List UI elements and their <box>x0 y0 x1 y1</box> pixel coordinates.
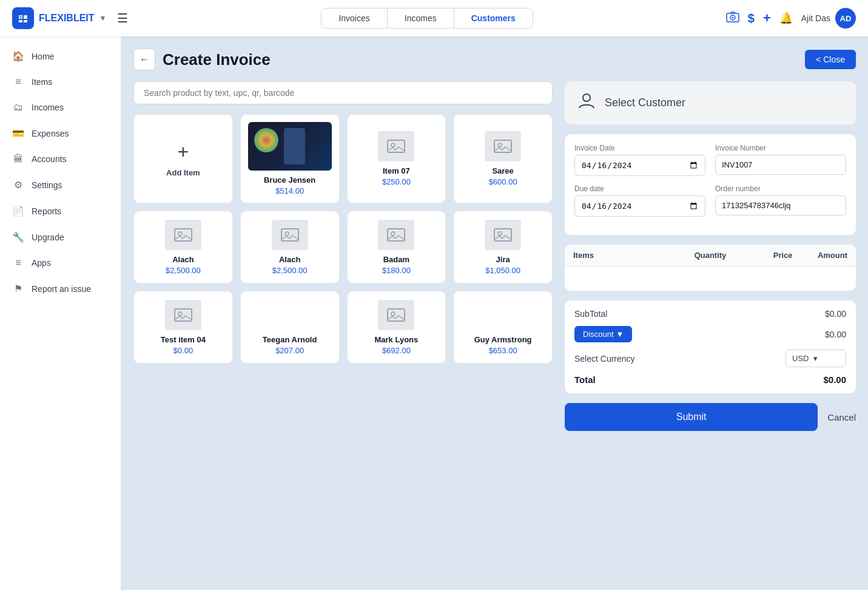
svg-rect-8 <box>175 229 192 241</box>
back-button[interactable]: ← <box>133 49 155 70</box>
top-navigation: FLEXIBLEIT ▼ ☰ Invoices Incomes Customer… <box>0 0 868 36</box>
product-price: $207.00 <box>275 346 304 355</box>
product-image-placeholder <box>378 131 414 161</box>
currency-select[interactable]: USD ▾ <box>786 350 846 367</box>
product-name: Badam <box>383 255 409 264</box>
product-card-jira[interactable]: Jira $1,050.00 <box>453 211 553 283</box>
app-name: FLEXIBLEIT <box>39 13 95 24</box>
total-final-label: Total <box>574 375 596 385</box>
close-button[interactable]: < Close <box>805 50 856 69</box>
cancel-button[interactable]: Cancel <box>827 412 856 422</box>
sidebar-item-home[interactable]: 🏠 Home <box>0 44 121 69</box>
product-price: $250.00 <box>382 177 411 186</box>
discount-button[interactable]: Discount ▼ <box>574 326 632 342</box>
invoice-date-label: Invoice Date <box>574 144 705 152</box>
th-quantity: Quantity <box>683 251 738 260</box>
app-dropdown-icon[interactable]: ▼ <box>99 14 107 22</box>
camera-icon[interactable] <box>726 12 739 25</box>
items-table-body <box>565 266 856 291</box>
invoice-title-left: ← Create Invoice <box>133 49 271 70</box>
product-grid: + Add Item Bruce Jensen $514.00 <box>133 114 553 364</box>
tab-incomes[interactable]: Incomes <box>388 8 454 28</box>
notification-icon[interactable]: 🔔 <box>779 12 793 25</box>
product-card-alach-1[interactable]: Alach $2,500.00 <box>133 211 233 283</box>
tab-invoices[interactable]: Invoices <box>321 8 387 28</box>
product-card-badam[interactable]: Badam $180.00 <box>347 211 446 283</box>
app-logo[interactable]: FLEXIBLEIT ▼ <box>12 7 106 29</box>
product-card-item-07[interactable]: Item 07 $250.00 <box>347 114 446 203</box>
add-item-plus-icon: + <box>178 141 189 163</box>
product-card-alach-2[interactable]: Alach $2,500.00 <box>240 211 340 283</box>
user-info[interactable]: Ajit Das AD <box>801 8 856 29</box>
invoice-body: + Add Item Bruce Jensen $514.00 <box>133 81 856 431</box>
customer-select[interactable]: Select Customer <box>565 81 856 124</box>
incomes-icon: 🗂 <box>12 102 24 113</box>
sidebar-label-upgrade: Upgrade <box>32 232 64 242</box>
product-image-placeholder <box>485 131 521 161</box>
svg-point-0 <box>19 16 22 18</box>
subtotal-label: SubTotal <box>574 309 607 319</box>
svg-point-20 <box>583 94 590 101</box>
invoice-number-input[interactable] <box>715 155 846 175</box>
sidebar-item-expenses[interactable]: 💳 Expenses <box>0 121 121 146</box>
order-number-input[interactable] <box>715 195 846 215</box>
invoice-date-input[interactable] <box>574 155 705 176</box>
avatar: AD <box>835 8 856 29</box>
sidebar-item-upgrade[interactable]: 🔧 Upgrade <box>0 225 121 249</box>
add-item-card[interactable]: + Add Item <box>133 114 233 203</box>
sidebar-item-settings[interactable]: ⚙ Settings <box>0 172 121 197</box>
topnav-right-actions: $ + 🔔 Ajit Das AD <box>726 8 856 29</box>
svg-rect-12 <box>388 229 405 241</box>
sidebar-item-items[interactable]: ≡ Items <box>0 70 121 94</box>
tab-customers[interactable]: Customers <box>454 8 533 28</box>
discount-value: $0.00 <box>825 330 846 339</box>
sidebar-item-incomes[interactable]: 🗂 Incomes <box>0 95 121 120</box>
product-card-mark-lyons[interactable]: Mark Lyons $692.00 <box>347 291 446 364</box>
main-layout: 🏠 Home ≡ Items 🗂 Incomes 💳 Expenses 🏛 Ac… <box>0 36 868 590</box>
product-card-teegan-arnold[interactable]: Teegan Arnold $207.00 <box>240 291 340 364</box>
content-area: ← Create Invoice < Close + Add Item <box>121 36 868 590</box>
product-name: Jira <box>496 255 510 264</box>
sidebar-label-apps: Apps <box>32 258 51 268</box>
product-image-placeholder <box>165 220 201 250</box>
sidebar-label-reports: Reports <box>32 206 61 216</box>
due-date-input[interactable] <box>574 195 705 217</box>
sidebar-label-expenses: Expenses <box>32 129 69 138</box>
add-icon[interactable]: + <box>763 10 771 26</box>
page-title: Create Invoice <box>163 50 271 69</box>
sidebar-item-reports[interactable]: 📄 Reports <box>0 198 121 223</box>
th-items: Items <box>573 251 683 260</box>
svg-rect-14 <box>494 229 511 241</box>
product-price: $2,500.00 <box>166 266 201 275</box>
product-name: Saree <box>492 166 513 175</box>
product-card-bruce-jensen[interactable]: Bruce Jensen $514.00 <box>240 114 340 203</box>
product-card-guy-armstrong[interactable]: Guy Armstrong $653.00 <box>453 291 553 364</box>
discount-label: Discount <box>583 330 614 339</box>
submit-button[interactable]: Submit <box>565 403 818 431</box>
product-card-saree[interactable]: Saree $600.00 <box>453 114 553 203</box>
sidebar-item-report-issue[interactable]: ⚑ Report an issue <box>0 276 121 301</box>
svg-point-15 <box>498 232 502 236</box>
dollar-icon[interactable]: $ <box>748 12 755 25</box>
action-row: Submit Cancel <box>565 403 856 431</box>
settings-icon: ⚙ <box>12 179 24 191</box>
items-icon: ≡ <box>12 76 24 87</box>
svg-point-13 <box>391 232 395 236</box>
sidebar-item-apps[interactable]: ≡ Apps <box>0 251 121 275</box>
product-price: $600.00 <box>489 177 517 186</box>
invoice-date-field: Invoice Date <box>574 144 705 176</box>
invoice-form: Invoice Date Invoice Number Due date <box>565 134 856 235</box>
product-search-input[interactable] <box>133 81 553 104</box>
hamburger-menu-icon[interactable]: ☰ <box>117 11 128 25</box>
sidebar-label-incomes: Incomes <box>32 103 64 112</box>
items-table-header: Items Quantity Price Amount <box>565 245 856 266</box>
svg-point-19 <box>391 312 395 316</box>
sidebar-item-accounts[interactable]: 🏛 Accounts <box>0 147 121 171</box>
product-featured-image <box>248 122 332 171</box>
svg-rect-16 <box>175 309 192 321</box>
product-card-test-item-04[interactable]: Test item 04 $0.00 <box>133 291 233 364</box>
svg-rect-6 <box>494 140 511 152</box>
product-price: $653.00 <box>489 346 517 355</box>
sidebar-label-items: Items <box>32 77 52 87</box>
expenses-icon: 💳 <box>12 127 24 139</box>
